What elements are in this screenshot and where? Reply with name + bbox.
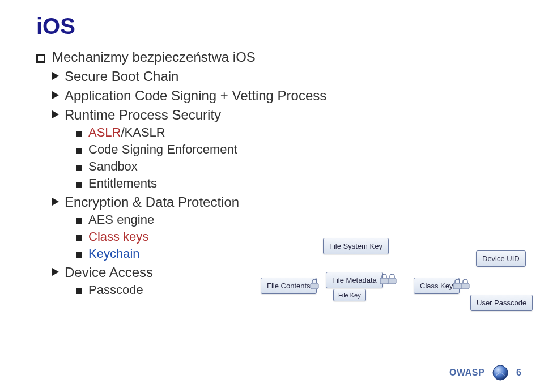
bullet-level3: Sandbox <box>76 159 512 174</box>
bullet-text: Encryption & Data Protection <box>65 194 239 210</box>
bullet-text: Secure Boot Chain <box>65 69 178 84</box>
box-file-metadata: File Metadata <box>326 272 383 288</box>
box-user-passcode: User Passcode <box>470 295 533 311</box>
owasp-brand: OWASP <box>449 368 484 378</box>
bullet-level3: Entitlements <box>76 176 512 191</box>
square-bullet-icon <box>36 54 45 63</box>
bullet-level3: Code Signing Enforcement <box>76 142 512 157</box>
bullet-level2: Secure Boot Chain <box>52 69 512 84</box>
page-number: 6 <box>516 368 521 378</box>
small-square-icon <box>76 235 82 241</box>
small-square-icon <box>76 252 82 258</box>
small-square-icon <box>76 182 82 188</box>
bullet-level3: ASLR/KASLR <box>76 125 512 140</box>
bullet-text: AES engine <box>88 212 154 227</box>
svg-marker-3 <box>52 198 59 206</box>
box-file-system-key: File System Key <box>323 238 389 254</box>
triangle-bullet-icon <box>52 268 59 276</box>
aslr-suffix: /KASLR <box>121 125 165 139</box>
key-hierarchy-diagram: File System Key Device UID File Contents… <box>261 238 528 340</box>
svg-rect-7 <box>388 278 396 284</box>
owasp-logo-icon <box>492 365 508 381</box>
bullet-level2: Runtime Process Security <box>52 107 512 123</box>
lock-icon <box>312 279 320 290</box>
bullet-text: Entitlements <box>88 176 157 191</box>
small-square-icon <box>76 288 82 294</box>
bullet-level2: Encryption & Data Protection <box>52 194 512 210</box>
bullet-main: Mechanizmy bezpieczeństwa iOS <box>36 49 512 65</box>
footer: OWASP 6 <box>449 365 521 381</box>
svg-rect-9 <box>461 283 469 289</box>
small-square-icon <box>76 165 82 171</box>
bullet-main-text: Mechanizmy bezpieczeństwa iOS <box>52 49 256 65</box>
svg-marker-2 <box>52 110 59 118</box>
triangle-bullet-icon <box>52 198 59 206</box>
bullet-text: Class keys <box>88 229 148 244</box>
triangle-bullet-icon <box>52 110 59 118</box>
bullet-level2: Application Code Signing + Vetting Proce… <box>52 88 512 104</box>
slide-title: iOS <box>36 14 512 39</box>
triangle-bullet-icon <box>52 72 59 80</box>
lock-icon <box>454 279 470 290</box>
bullet-text: Application Code Signing + Vetting Proce… <box>65 88 326 104</box>
bullet-text: ASLR/KASLR <box>88 125 165 140</box>
bullet-text: Code Signing Enforcement <box>88 142 237 157</box>
box-device-uid: Device UID <box>476 250 526 267</box>
lock-icon <box>381 274 397 285</box>
bullet-text: Device Access <box>65 265 153 280</box>
box-file-contents: File Contents <box>261 278 317 294</box>
svg-marker-1 <box>52 91 59 99</box>
aslr-prefix: ASLR <box>88 125 121 139</box>
box-file-key: File Key <box>333 289 366 301</box>
triangle-bullet-icon <box>52 91 59 99</box>
svg-rect-5 <box>311 283 318 289</box>
bullet-level3: AES engine <box>76 212 512 227</box>
bullet-text: Keychain <box>88 246 140 261</box>
bullet-text: Sandbox <box>88 159 138 174</box>
bullet-text: Passcode <box>88 283 143 297</box>
bullet-text: Runtime Process Security <box>65 107 221 123</box>
small-square-icon <box>76 131 82 137</box>
svg-marker-4 <box>52 268 59 276</box>
svg-marker-0 <box>52 72 59 80</box>
small-square-icon <box>76 148 82 154</box>
small-square-icon <box>76 218 82 224</box>
